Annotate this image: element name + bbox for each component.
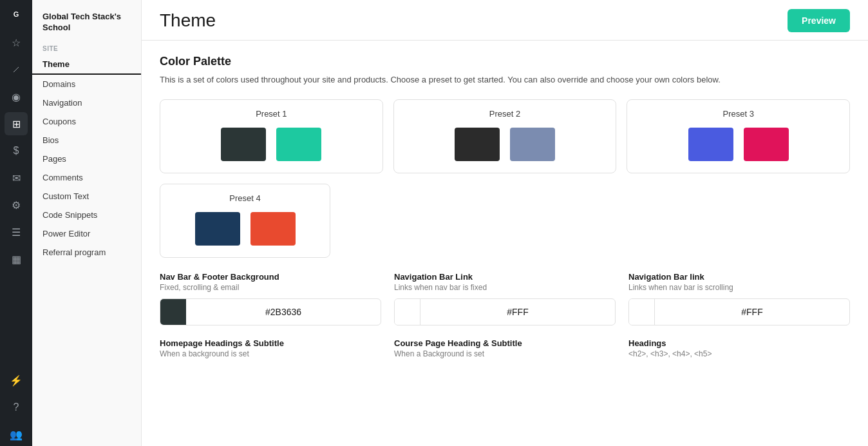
preset-2-swatch-1: [455, 128, 500, 161]
navlink-fixed-input-row[interactable]: [394, 298, 616, 325]
sidebar-item-comments[interactable]: Comments: [32, 168, 141, 187]
mail-icon[interactable]: ✉: [5, 166, 28, 189]
course-heading-sub: When a Background is set: [394, 349, 616, 358]
lightning-icon[interactable]: ⚡: [5, 369, 28, 392]
sidebar-item-bios[interactable]: Bios: [32, 131, 141, 150]
navlink-scroll-hex-input[interactable]: [655, 307, 849, 317]
preset-2-card[interactable]: Preset 2: [393, 99, 617, 173]
page-title: Theme: [160, 10, 216, 31]
navlink-fixed-label: Navigation Bar Link: [394, 272, 616, 282]
preset-1-swatch-1: [221, 128, 266, 161]
main-body: Color Palette This is a set of colors us…: [142, 41, 868, 373]
presets-row-1: Preset 1 Preset 2 Preset 3: [160, 99, 850, 173]
sidebar-item-pages[interactable]: Pages: [32, 150, 141, 168]
sidebar-item-coupons[interactable]: Coupons: [32, 112, 141, 131]
bottom-labels-row: Homepage Headings & Subtitle When a back…: [160, 338, 850, 358]
navlink-scroll-swatch: [629, 299, 655, 325]
color-field-navlink-fixed: Navigation Bar Link Links when nav bar i…: [394, 272, 616, 325]
preset-2-swatches: [407, 128, 603, 161]
analytics-icon[interactable]: ⟋: [5, 58, 28, 81]
bottom-label-headings: Headings <h2>, <h3>, <h4>, <h5>: [628, 338, 850, 358]
sidebar-dark: G ☆ ⟋ ◉ ⊞ $ ✉ ⚙ ☰ ▦ ⚡ ? 👥: [0, 0, 32, 446]
preset-2-label: Preset 2: [407, 109, 603, 119]
color-field-navlink-scroll: Navigation Bar link Links when nav bar i…: [628, 272, 850, 325]
preset-1-swatches: [173, 128, 370, 161]
sidebar-item-navigation[interactable]: Navigation: [32, 93, 141, 112]
preset-3-swatch-1: [688, 128, 733, 161]
star-icon[interactable]: ☆: [5, 31, 28, 54]
dashboard-icon[interactable]: ⊞: [5, 112, 28, 135]
preset-1-label: Preset 1: [173, 109, 370, 119]
preset-2-swatch-2: [510, 128, 555, 161]
color-fields-row: Nav Bar & Footer Background Fixed, scrol…: [160, 272, 850, 325]
navbar-bg-sublabel: Fixed, scrolling & email: [160, 283, 381, 292]
site-name: Global Tech Stack's School: [32, 6, 141, 41]
preset-4-swatches: [173, 212, 317, 246]
navbar-bg-input-row[interactable]: [160, 298, 381, 325]
preset-4-label: Preset 4: [173, 193, 317, 203]
navlink-fixed-hex-input[interactable]: [420, 307, 615, 317]
library-icon[interactable]: ☰: [5, 220, 28, 244]
section-label: SITE: [32, 41, 141, 55]
people-icon[interactable]: ◉: [5, 85, 28, 108]
preset-1-card[interactable]: Preset 1: [160, 99, 383, 173]
preview-button[interactable]: Preview: [788, 9, 850, 32]
brand-logo: G: [11, 6, 22, 22]
headings-sub: <h2>, <h3>, <h4>, <h5>: [628, 349, 850, 358]
course-heading-label: Course Page Heading & Subtitle: [394, 338, 616, 348]
headings-label: Headings: [628, 338, 850, 348]
bottom-label-course-heading: Course Page Heading & Subtitle When a Ba…: [394, 338, 616, 358]
bottom-label-homepage-heading: Homepage Headings & Subtitle When a back…: [160, 338, 381, 358]
gear-icon[interactable]: ⚙: [5, 193, 28, 217]
preset-4-card[interactable]: Preset 4: [160, 184, 330, 258]
navbar-bg-label: Nav Bar & Footer Background: [160, 272, 381, 282]
sidebar-site: Global Tech Stack's School SITE Theme Do…: [32, 0, 142, 446]
sidebar-item-power-editor[interactable]: Power Editor: [32, 224, 141, 243]
preset-4-swatch-2: [250, 212, 296, 246]
main-header: Theme Preview: [142, 0, 868, 41]
help-icon[interactable]: ?: [5, 396, 28, 419]
calendar-icon[interactable]: ▦: [5, 247, 28, 271]
navlink-fixed-swatch: [395, 299, 420, 325]
navlink-fixed-sublabel: Links when nav bar is fixed: [394, 283, 616, 292]
preset-3-swatches: [640, 128, 836, 161]
presets-row-2: Preset 4: [160, 184, 850, 258]
sidebar-item-domains[interactable]: Domains: [32, 75, 141, 93]
color-field-navbar-bg: Nav Bar & Footer Background Fixed, scrol…: [160, 272, 381, 325]
homepage-heading-label: Homepage Headings & Subtitle: [160, 338, 381, 348]
preset-3-label: Preset 3: [640, 109, 836, 119]
dollar-icon[interactable]: $: [5, 139, 28, 162]
navbar-bg-hex-input[interactable]: [186, 307, 381, 317]
navlink-scroll-label: Navigation Bar link: [628, 272, 850, 282]
preset-3-swatch-2: [744, 128, 789, 161]
navlink-scroll-input-row[interactable]: [628, 298, 850, 325]
sidebar-item-custom-text[interactable]: Custom Text: [32, 187, 141, 206]
homepage-heading-sub: When a background is set: [160, 349, 381, 358]
color-palette-title: Color Palette: [160, 55, 850, 68]
navbar-bg-swatch: [160, 299, 186, 325]
preset-1-swatch-2: [276, 128, 321, 161]
main-content: Theme Preview Color Palette This is a se…: [142, 0, 868, 446]
sidebar-item-theme[interactable]: Theme: [32, 55, 141, 75]
users-icon[interactable]: 👥: [5, 423, 28, 446]
preset-3-card[interactable]: Preset 3: [627, 99, 850, 173]
preset-4-swatch-1: [195, 212, 240, 246]
navlink-scroll-sublabel: Links when nav bar is scrolling: [628, 283, 850, 292]
sidebar-item-code-snippets[interactable]: Code Snippets: [32, 206, 141, 224]
sidebar-item-referral-program[interactable]: Referral program: [32, 243, 141, 262]
color-palette-description: This is a set of colors used throughout …: [160, 73, 739, 86]
